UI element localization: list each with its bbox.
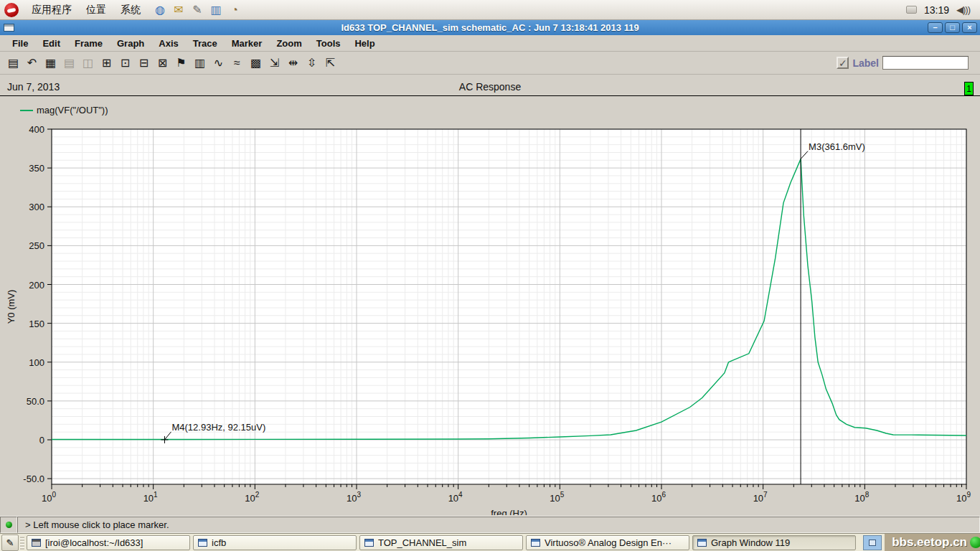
- taskbar-grip[interactable]: [20, 536, 24, 550]
- undo-icon[interactable]: ↶: [23, 54, 41, 72]
- menu-axis[interactable]: Axis: [152, 37, 184, 50]
- desktop-menu[interactable]: 应用程序: [24, 2, 79, 18]
- watermark-zone: bbs.eetop.cn: [885, 534, 980, 551]
- status-bar: > Left mouse click to place marker.: [0, 516, 980, 533]
- tray-applet-icon[interactable]: [906, 6, 917, 14]
- new-window-icon[interactable]: ⊡: [116, 54, 134, 72]
- subwindow-icon[interactable]: ⊟: [135, 54, 153, 72]
- split-window-icon[interactable]: ⊞: [98, 54, 116, 72]
- maximize-button[interactable]: □: [945, 22, 960, 33]
- label-checkbox-text: Label: [852, 57, 879, 69]
- svg-text:200: 200: [29, 280, 44, 291]
- window-icon: [697, 539, 707, 547]
- toolbar-icons: ▤↶▦▤◫⊞⊡⊟⊠⚑▥∿≈▩⇲⇹⇳⇱: [4, 54, 340, 72]
- strip-chart-icon: ▤: [60, 54, 78, 72]
- calculator-icon[interactable]: ▩: [247, 54, 265, 72]
- monitor-icon[interactable]: ▥: [208, 2, 224, 18]
- svg-text:M4(12.93Hz, 92.15uV): M4(12.93Hz, 92.15uV): [171, 422, 265, 433]
- pie-chart-icon[interactable]: ◔: [227, 2, 242, 18]
- fit-window-icon[interactable]: ⇱: [321, 54, 339, 72]
- grid-icon[interactable]: ▦: [42, 54, 60, 72]
- svg-text:100: 100: [29, 357, 44, 368]
- minimize-button[interactable]: –: [928, 22, 943, 33]
- task-button-label: Virtuoso® Analog Design En···: [545, 537, 672, 548]
- web-browser-icon[interactable]: ◍: [152, 2, 168, 18]
- svg-text:100: 100: [42, 491, 56, 504]
- pager-window-icon: [869, 540, 876, 546]
- volume-icon[interactable]: ◀))): [956, 4, 970, 15]
- desktop-menu[interactable]: 系统: [113, 2, 148, 18]
- email-icon[interactable]: ✉: [171, 2, 187, 18]
- desktop-menu[interactable]: 位置: [79, 2, 113, 18]
- ac-response-chart[interactable]: 40035030025020015010050.00-50.0100101102…: [0, 100, 980, 515]
- menu-file[interactable]: File: [6, 37, 34, 50]
- task-button[interactable]: Graph Window 119: [692, 535, 856, 550]
- svg-text:M3(361.6mV): M3(361.6mV): [809, 141, 865, 152]
- red-hat-menu-icon[interactable]: [4, 3, 19, 17]
- window-icon: [198, 539, 207, 547]
- overlay-icon: ◫: [79, 54, 97, 72]
- task-button-label: [iroi@localhost:~/Id633]: [45, 537, 143, 548]
- print-icon[interactable]: ▤: [4, 54, 22, 72]
- svg-text:109: 109: [956, 491, 971, 504]
- menu-help[interactable]: Help: [348, 37, 381, 50]
- svg-text:150: 150: [29, 319, 44, 329]
- menu-marker[interactable]: Marker: [225, 37, 269, 50]
- svg-text:104: 104: [448, 491, 463, 504]
- menu-graph[interactable]: Graph: [110, 37, 151, 50]
- menu-edit[interactable]: Edit: [36, 37, 67, 50]
- svg-text:102: 102: [245, 491, 259, 504]
- watermark-text: bbs.eetop.cn: [892, 535, 967, 550]
- menu-zoom[interactable]: Zoom: [270, 37, 308, 50]
- workspace-pager[interactable]: [863, 535, 882, 550]
- close-button[interactable]: ×: [962, 22, 977, 33]
- show-desktop-icon[interactable]: ✎: [1, 534, 19, 551]
- eye-diagram-icon[interactable]: ≈: [228, 54, 246, 72]
- svg-text:101: 101: [143, 491, 158, 504]
- desktop-panel: 应用程序位置系统 ◍✉✎▥◔ 13:19 ◀))): [0, 0, 980, 20]
- svg-text:50.0: 50.0: [27, 396, 44, 407]
- marker-icon[interactable]: ⚑: [172, 54, 190, 72]
- zoom-y-icon[interactable]: ⇳: [303, 54, 321, 72]
- toolbar: ▤↶▦▤◫⊞⊡⊟⊠⚑▥∿≈▩⇲⇹⇳⇱ ✓ Label: [0, 52, 980, 75]
- table-icon[interactable]: ▥: [191, 54, 209, 72]
- svg-text:108: 108: [854, 491, 869, 504]
- svg-text:400: 400: [29, 124, 44, 135]
- task-button-label: icfb: [212, 537, 226, 548]
- task-button[interactable]: icfb: [193, 535, 357, 550]
- task-button[interactable]: [iroi@localhost:~/Id633]: [27, 535, 190, 550]
- waveform-icon[interactable]: ∿: [209, 54, 227, 72]
- desktop-app-launchers: ◍✉✎▥◔: [151, 2, 244, 18]
- label-checkbox[interactable]: ✓: [837, 57, 849, 69]
- svg-text:Y0 (mV): Y0 (mV): [6, 290, 17, 324]
- menu-bar: FileEditFrameGraphAxisTraceMarkerZoomToo…: [0, 35, 980, 52]
- task-button-label: Graph Window 119: [711, 537, 790, 548]
- taskbar: ✎ [iroi@localhost:~/Id633]icfbTOP_CHANNE…: [0, 533, 980, 551]
- task-button[interactable]: TOP_CHANNEL_sim: [359, 535, 523, 550]
- status-led-icon: [6, 522, 12, 528]
- task-button[interactable]: Virtuoso® Analog Design En···: [526, 535, 689, 550]
- svg-text:300: 300: [29, 202, 44, 212]
- clock[interactable]: 13:19: [924, 4, 949, 16]
- menu-trace[interactable]: Trace: [187, 37, 224, 50]
- zoom-fit-icon[interactable]: ⇲: [265, 54, 283, 72]
- svg-text:0: 0: [39, 435, 44, 446]
- page-number-badge: 1: [964, 82, 974, 95]
- window-icon: [531, 539, 540, 547]
- desktop-menus: 应用程序位置系统: [24, 2, 148, 18]
- zoom-x-icon[interactable]: ⇹: [284, 54, 302, 72]
- terminal-icon: [32, 539, 41, 547]
- svg-text:-50.0: -50.0: [23, 474, 44, 484]
- window-title: Id633 TOP_CHANNEL_sim schematic_AC : Jun…: [0, 22, 980, 33]
- menu-tools[interactable]: Tools: [310, 37, 347, 50]
- pan-icon[interactable]: ⊠: [154, 54, 171, 72]
- notes-icon[interactable]: ✎: [189, 2, 205, 18]
- label-input[interactable]: [882, 56, 969, 70]
- svg-text:250: 250: [29, 240, 44, 251]
- menu-frame[interactable]: Frame: [68, 37, 109, 50]
- task-button-label: TOP_CHANNEL_sim: [378, 537, 466, 548]
- graph-title: AC Response: [0, 81, 980, 93]
- svg-text:103: 103: [347, 491, 361, 504]
- window-icon: [364, 539, 374, 547]
- svg-text:106: 106: [651, 491, 666, 504]
